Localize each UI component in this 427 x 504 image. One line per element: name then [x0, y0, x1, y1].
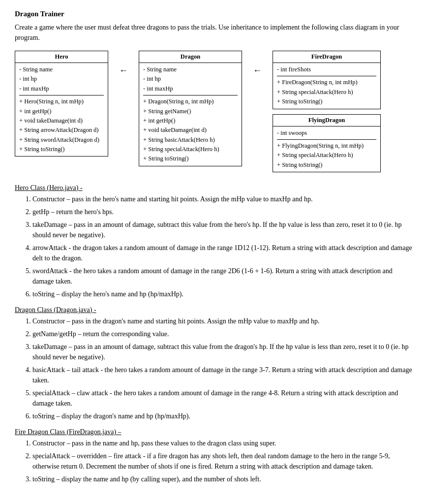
hero-item-3: takeDamage – pass in an amount of damage…	[32, 220, 412, 240]
flyingdragon-method-3: + String toString()	[277, 160, 376, 170]
page-title: Dragon Trainer	[15, 10, 412, 18]
flyingdragon-class-box: FlyingDragon - int swoops + FlyingDragon…	[273, 114, 381, 173]
hero-item-6: toString – display the hero's name and h…	[32, 289, 412, 299]
hero-class-list: Constructor – pass in the hero's name an…	[32, 194, 412, 299]
hero-field-3: - int maxHp	[19, 84, 104, 94]
hero-field-1: - String name	[19, 65, 104, 74]
hero-class-heading: Hero Class (Hero.java) -	[15, 184, 412, 192]
hero-item-1: Constructor – pass in the hero's name an…	[32, 194, 412, 204]
right-class-group: FireDragon - int fireShots + FireDragon(…	[273, 51, 381, 172]
firedragon-class-heading: Fire Dragon Class (FireDragon.java) –	[15, 428, 412, 436]
flyingdragon-header: FlyingDragon	[273, 115, 380, 126]
hero-method-3: + void takeDamage(int d)	[19, 116, 104, 126]
dragon-method-7: + String toString()	[143, 154, 238, 163]
flyingdragon-body: - int swoops + FlyingDragon(String n, in…	[273, 126, 380, 172]
flyingdragon-method-1: + FlyingDragon(String n, int mHp)	[277, 141, 376, 151]
dragon-method-5: + String basicAttack(Hero h)	[143, 135, 238, 145]
dragon-class-heading: Dragon Class (Dragon.java) -	[15, 306, 412, 314]
dragon-item-2: getName/getHp – return the corresponding…	[32, 329, 412, 339]
dragon-method-4: + void takeDamage(int d)	[143, 126, 238, 135]
firedragon-method-1: + FireDragon(String n, int mHp)	[277, 78, 376, 87]
dragon-item-5: specialAttack – claw attack - the hero t…	[32, 388, 412, 409]
hero-class-section: Hero Class (Hero.java) - Constructor – p…	[15, 184, 412, 299]
dragon-field-3: - int maxHp	[143, 84, 238, 94]
dragon-class-section: Dragon Class (Dragon.java) - Constructor…	[15, 306, 412, 421]
firedragon-item-3: toString – display the name and hp (by c…	[32, 474, 412, 484]
dragon-class-box: Dragon - String name - int hp - int maxH…	[139, 51, 242, 166]
dragon-method-6: + String specialAttack(Hero h)	[143, 145, 238, 154]
dragon-item-4: basicAttack – tail attack - the hero tak…	[32, 365, 412, 385]
hero-method-4: + String arrowAttack(Dragon d)	[19, 126, 104, 135]
dragon-field-1: - String name	[143, 65, 238, 74]
dragon-item-3: takeDamage – pass in an amount of damage…	[32, 342, 412, 362]
dragon-header: Dragon	[139, 51, 242, 63]
flyingdragon-field-1: - int swoops	[277, 128, 376, 138]
hero-item-5: swordAttack - the hero takes a random am…	[32, 266, 412, 286]
firedragon-item-2: specialAttack – overridden – fire attack…	[32, 451, 412, 472]
dragon-body: - String name - int hp - int maxHp + Dra…	[139, 63, 242, 166]
firedragon-field-1: - int fireShots	[277, 65, 376, 74]
intro-text: Create a game where the user must defeat…	[15, 22, 412, 43]
dragon-item-1: Constructor – pass in the dragon's name …	[32, 316, 412, 326]
dragon-method-3: + int getHp()	[143, 116, 238, 126]
firedragon-class-list: Constructor – pass in the name and hp, p…	[32, 438, 412, 484]
firedragon-item-1: Constructor – pass in the name and hp, p…	[32, 438, 412, 448]
hero-field-2: - int hp	[19, 74, 104, 84]
hero-class-box: Hero - String name - int hp - int maxHp …	[15, 51, 108, 157]
dragon-method-2: + String getName()	[143, 107, 238, 116]
hero-body: - String name - int hp - int maxHp + Her…	[15, 63, 108, 156]
hero-method-5: + String swordAttack(Dragon d)	[19, 135, 104, 145]
firedragon-class-box: FireDragon - int fireShots + FireDragon(…	[273, 51, 381, 109]
dragon-item-6: toString – display the dragon's name and…	[32, 411, 412, 421]
firedragon-body: - int fireShots + FireDragon(String n, i…	[273, 63, 380, 109]
firedragon-class-section: Fire Dragon Class (FireDragon.java) – Co…	[15, 428, 412, 484]
dragon-class-list: Constructor – pass in the dragon's name …	[32, 316, 412, 421]
arrow-right: ←	[252, 65, 263, 76]
flyingdragon-method-2: + String specialAttack(Hero h)	[277, 151, 376, 160]
hero-item-2: getHp – return the hero's hps.	[32, 207, 412, 217]
dragon-field-2: - int hp	[143, 74, 238, 84]
firedragon-method-3: + String toString()	[277, 97, 376, 106]
firedragon-method-2: + String specialAttack(Hero h)	[277, 88, 376, 97]
hero-method-6: + String toString()	[19, 145, 104, 154]
hero-method-1: + Hero(String n, int mHp)	[19, 97, 104, 106]
hero-item-4: arrowAttack - the dragon takes a random …	[32, 243, 412, 263]
firedragon-header: FireDragon	[273, 51, 380, 63]
arrow-left: ←	[118, 65, 129, 76]
dragon-method-1: + Dragon(String n, int mHp)	[143, 97, 238, 106]
hero-header: Hero	[15, 51, 108, 63]
hero-method-2: + int getHp()	[19, 107, 104, 116]
class-diagram: Hero - String name - int hp - int maxHp …	[15, 51, 412, 172]
